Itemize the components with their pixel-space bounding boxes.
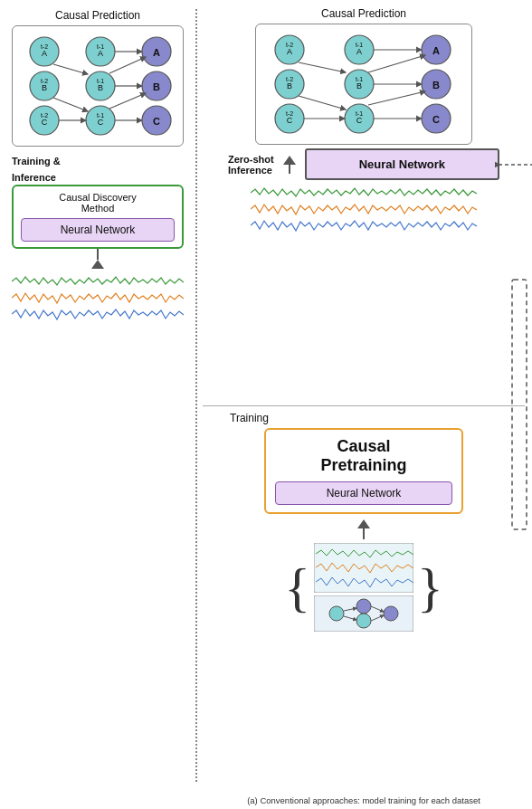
right-nn-container: Neural Network [305, 148, 499, 180]
svg-text:B: B [41, 83, 46, 92]
arrow-head-right [283, 156, 296, 165]
left-curly-brace: { [284, 560, 310, 614]
svg-text:A: A [432, 45, 440, 56]
svg-text:t-1: t-1 [96, 43, 103, 50]
left-causal-graph-svg: A t-2 A t-1 A B t-2 B t-1 B C t-2 [19, 32, 177, 140]
main-container: Causal Prediction A t-2 A t-1 A B t-2 B [0, 0, 532, 809]
svg-text:C: C [356, 116, 363, 125]
svg-text:t-1: t-1 [96, 112, 103, 119]
svg-text:B: B [432, 80, 440, 90]
right-bottom-neural-network-box: Neural Network [275, 481, 452, 505]
svg-text:C: C [287, 116, 293, 125]
svg-text:t-2: t-2 [286, 76, 293, 82]
svg-line-60 [299, 62, 346, 72]
causal-pretraining-box: CausalPretraining Neural Network [264, 428, 463, 514]
svg-line-59 [368, 55, 425, 72]
left-arrow [91, 249, 104, 269]
left-arrow-area: Causal DiscoveryMethod Neural Network [12, 185, 184, 326]
svg-text:t-2: t-2 [40, 43, 47, 50]
svg-text:C: C [153, 116, 160, 127]
bottom-arrow [284, 519, 443, 539]
left-panel: Causal Prediction A t-2 A t-1 A B t-2 B [0, 0, 195, 809]
dataset-waveforms [314, 543, 413, 593]
svg-text:t-2: t-2 [286, 110, 293, 117]
right-bottom-section: Training CausalPretraining Neural Networ… [203, 406, 525, 803]
svg-text:C: C [432, 114, 440, 125]
left-waveforms [12, 272, 184, 326]
zero-shot-area: Zero-shotInference Neural Network [228, 148, 499, 180]
right-top-waveforms [251, 184, 477, 237]
right-waveform-svg [251, 184, 477, 233]
svg-text:t-1: t-1 [356, 110, 363, 117]
svg-line-61 [368, 91, 425, 105]
svg-text:t-1: t-1 [356, 76, 363, 82]
svg-point-69 [356, 614, 371, 628]
svg-text:A: A [356, 47, 362, 56]
causal-discovery-label: Causal DiscoveryMethod [21, 192, 175, 214]
training-label: Training [230, 412, 269, 424]
svg-text:t-1: t-1 [356, 42, 363, 48]
left-waveform-svg [12, 272, 184, 322]
svg-text:C: C [41, 118, 47, 127]
arrow-line [97, 249, 99, 260]
arrow-head [91, 260, 104, 269]
dashed-border-container: { [284, 514, 443, 632]
left-neural-network-box: Neural Network [21, 218, 175, 242]
left-causal-prediction-title: Causal Prediction [12, 9, 184, 22]
right-causal-graph-svg: A t-2 A t-1 A B t-2 B t-1 B [264, 30, 463, 138]
svg-line-27 [109, 57, 146, 73]
right-causal-prediction-title: Causal Prediction [255, 7, 472, 20]
zero-shot-label: Zero-shotInference [228, 154, 274, 176]
svg-text:t-2: t-2 [40, 112, 47, 119]
right-top-neural-network-box: Neural Network [305, 148, 499, 180]
svg-point-68 [356, 599, 371, 614]
svg-line-31 [53, 98, 88, 111]
svg-line-63 [299, 96, 346, 109]
caption: (a) Conventional approaches: model train… [195, 795, 532, 805]
dataset-stack [314, 543, 413, 632]
zero-shot-arrow [283, 156, 296, 174]
training-inference-label: Training &Inference [12, 152, 184, 185]
svg-text:A: A [287, 47, 292, 56]
causal-discovery-box: Causal DiscoveryMethod Neural Network [12, 185, 184, 249]
arrow-line-right [289, 165, 290, 174]
svg-text:B: B [97, 83, 102, 92]
causal-pretraining-label: CausalPretraining [275, 437, 452, 476]
right-causal-graph-box: A t-2 A t-1 A B t-2 B t-1 B [255, 24, 472, 145]
svg-line-28 [53, 64, 88, 74]
svg-point-70 [384, 606, 398, 621]
svg-point-67 [329, 606, 344, 621]
svg-text:A: A [41, 49, 46, 58]
svg-text:A: A [153, 47, 160, 58]
svg-text:B: B [356, 81, 362, 90]
dataset-area: { [284, 543, 443, 632]
svg-text:t-1: t-1 [96, 78, 103, 84]
svg-text:C: C [97, 118, 103, 127]
svg-text:B: B [287, 81, 292, 90]
svg-text:B: B [153, 81, 160, 92]
dataset-graph-thumb [314, 595, 413, 632]
dashed-arrow-svg [495, 156, 532, 174]
right-panel: Causal Prediction A t-2 A t-1 A B t-2 [195, 0, 532, 809]
right-curly-brace: } [417, 560, 443, 614]
svg-line-29 [109, 93, 146, 109]
dashed-right-box [510, 278, 528, 531]
svg-text:t-2: t-2 [40, 78, 47, 84]
right-top-section: Causal Prediction A t-2 A t-1 A B t-2 [203, 7, 525, 405]
left-causal-graph-box: A t-2 A t-1 A B t-2 B t-1 B C t-2 [12, 25, 184, 147]
bottom-arrow-head [357, 519, 370, 528]
bottom-arrow-line [363, 528, 365, 539]
svg-text:t-2: t-2 [286, 42, 293, 48]
svg-rect-75 [512, 280, 527, 529]
svg-text:A: A [97, 49, 102, 58]
